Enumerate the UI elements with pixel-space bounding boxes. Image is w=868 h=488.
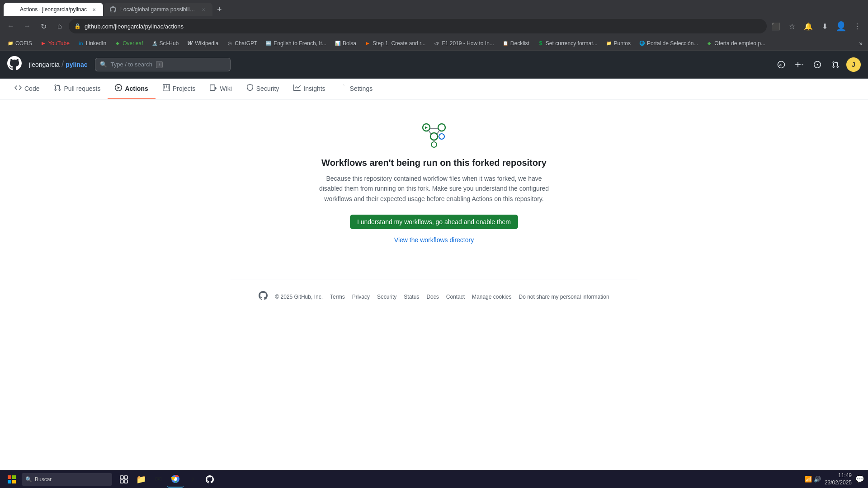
- bookmark-button[interactable]: ☆: [785, 19, 799, 33]
- scihub-icon: 🔬: [151, 40, 158, 47]
- notifications-button[interactable]: 🔔: [801, 19, 816, 33]
- volume-icon[interactable]: 🔊: [814, 476, 821, 483]
- view-workflows-link[interactable]: View the workflows directory: [394, 236, 474, 244]
- nav-code[interactable]: Code: [7, 79, 47, 99]
- tab-favicon-active: [9, 6, 16, 13]
- footer-status[interactable]: Status: [404, 294, 419, 300]
- svg-rect-17: [124, 476, 127, 479]
- bookmark-cofis[interactable]: 📁 COFIS: [4, 38, 36, 49]
- bookmark-puntos[interactable]: 📁 Puntos: [602, 38, 634, 49]
- footer-do-not-share[interactable]: Do not share my personal information: [519, 294, 609, 300]
- decklist-icon: 📋: [502, 40, 509, 47]
- search-shortcut: /: [156, 61, 163, 68]
- footer-manage-cookies[interactable]: Manage cookies: [472, 294, 511, 300]
- bookmark-label: Step 1. Create and r...: [373, 40, 425, 47]
- bookmark-linkedin[interactable]: in LinkedIn: [74, 38, 110, 49]
- extensions-button[interactable]: ⬛: [769, 19, 783, 33]
- new-tab-button[interactable]: +: [213, 5, 226, 14]
- task-view-button[interactable]: [116, 471, 132, 488]
- nav-security[interactable]: Security: [239, 79, 287, 99]
- address-bar[interactable]: 🔒 github.com/jleongarcia/pylinac/actions: [69, 19, 767, 33]
- download-button[interactable]: ⬇: [817, 19, 832, 33]
- footer-contact[interactable]: Contact: [446, 294, 465, 300]
- nav-insights[interactable]: Insights: [286, 79, 332, 99]
- nav-wiki-label: Wiki: [220, 85, 231, 92]
- enable-workflows-button[interactable]: I understand my workflows, go ahead and …: [350, 215, 518, 229]
- bookmark-wikipedia[interactable]: W Wikipedia: [183, 38, 222, 49]
- file-explorer-button[interactable]: 📁: [133, 471, 149, 488]
- home-button[interactable]: ⌂: [52, 19, 67, 33]
- bookmark-english[interactable]: 🔤 English to French, It...: [262, 38, 330, 49]
- footer-terms[interactable]: Terms: [330, 294, 345, 300]
- tab-inactive[interactable]: Local/global gamma possibility... ✕: [104, 3, 212, 16]
- tab-active[interactable]: Actions · jleongarcia/pylinac ✕: [4, 3, 103, 16]
- nav-actions[interactable]: Actions: [108, 79, 155, 99]
- bookmark-portal[interactable]: 🌐 Portal de Selección...: [635, 38, 702, 49]
- user-link[interactable]: jleongarcia: [29, 61, 60, 68]
- footer-copyright: © 2025 GitHub, Inc.: [275, 294, 323, 300]
- insights-icon: [293, 84, 301, 93]
- bookmark-f1[interactable]: 🏎 F1 2019 - How to In...: [430, 38, 497, 49]
- tab-close-inactive[interactable]: ✕: [200, 6, 207, 13]
- profile-button[interactable]: 👤: [834, 19, 848, 33]
- bookmark-currency[interactable]: 💲 Set currency format...: [534, 38, 601, 49]
- nav-pull-requests[interactable]: Pull requests: [47, 79, 108, 99]
- github-desktop-button[interactable]: [202, 471, 218, 488]
- tab-title-active: Actions · jleongarcia/pylinac: [20, 6, 87, 13]
- issues-button[interactable]: [810, 57, 825, 72]
- bookmark-bolsa[interactable]: 📊 Bolsa: [331, 38, 360, 49]
- github-logo[interactable]: [7, 56, 22, 73]
- taskbar-items: 📁 ✉ ♪: [116, 471, 218, 488]
- chrome-button[interactable]: [167, 471, 184, 488]
- reload-button[interactable]: ↻: [36, 19, 51, 33]
- bookmark-oferta[interactable]: ◆ Oferta de empleo p...: [703, 38, 769, 49]
- nav-wiki[interactable]: Wiki: [203, 79, 239, 99]
- oferta-icon: ◆: [706, 40, 712, 47]
- bookmark-label: Bolsa: [343, 40, 356, 47]
- add-button[interactable]: [792, 57, 807, 72]
- wikipedia-icon: W: [187, 40, 193, 47]
- svg-line-9: [436, 130, 440, 135]
- mail-button[interactable]: ✉: [150, 471, 166, 488]
- notifications-icon[interactable]: 💬: [855, 475, 864, 483]
- system-clock[interactable]: 11:49 23/02/2025: [825, 472, 852, 486]
- bookmark-chatgpt[interactable]: ◎ ChatGPT: [223, 38, 261, 49]
- music-button[interactable]: ♪: [184, 471, 201, 488]
- folder-icon: 📁: [7, 40, 14, 47]
- footer-security[interactable]: Security: [377, 294, 396, 300]
- copilot-button[interactable]: AI: [774, 57, 788, 72]
- linkedin-icon: in: [78, 40, 84, 47]
- bookmark-overleaf[interactable]: ◆ Overleaf: [111, 38, 146, 49]
- menu-button[interactable]: ⋮: [850, 19, 864, 33]
- header-actions: AI J: [774, 57, 861, 72]
- bookmark-label: Wikipedia: [195, 40, 218, 47]
- breadcrumb: jleongarcia / pylinac: [29, 59, 88, 70]
- search-icon: 🔍: [100, 61, 107, 68]
- bolsa-icon: 📊: [335, 40, 341, 47]
- back-button[interactable]: ←: [4, 19, 18, 33]
- nav-projects[interactable]: Projects: [156, 79, 203, 99]
- taskbar-search[interactable]: 🔍 Buscar: [22, 473, 112, 486]
- footer-privacy[interactable]: Privacy: [352, 294, 370, 300]
- bookmark-youtube[interactable]: ▶ YouTube: [37, 38, 73, 49]
- bookmark-scihub[interactable]: 🔬 Sci-Hub: [148, 38, 183, 49]
- bookmark-label: Oferta de empleo p...: [714, 40, 765, 47]
- forward-button[interactable]: →: [20, 19, 34, 33]
- start-button[interactable]: [4, 471, 20, 488]
- tab-close-active[interactable]: ✕: [90, 6, 98, 13]
- nav-settings[interactable]: Settings: [333, 79, 380, 99]
- actions-icon: [115, 84, 122, 93]
- footer-docs[interactable]: Docs: [426, 294, 439, 300]
- currency-icon: 💲: [538, 40, 544, 47]
- code-icon: [14, 84, 22, 93]
- bookmark-label: Puntos: [614, 40, 631, 47]
- bookmarks-more-button[interactable]: »: [857, 39, 864, 48]
- repo-link[interactable]: pylinac: [66, 61, 87, 68]
- pr-button[interactable]: [828, 57, 843, 72]
- wiki-icon: [210, 84, 217, 93]
- network-icon[interactable]: 📶: [805, 476, 812, 483]
- search-bar[interactable]: 🔍 Type / to search /: [95, 58, 231, 71]
- bookmark-decklist[interactable]: 📋 Decklist: [499, 38, 533, 49]
- user-avatar[interactable]: J: [846, 57, 861, 72]
- bookmark-step1[interactable]: ▶ Step 1. Create and r...: [361, 38, 429, 49]
